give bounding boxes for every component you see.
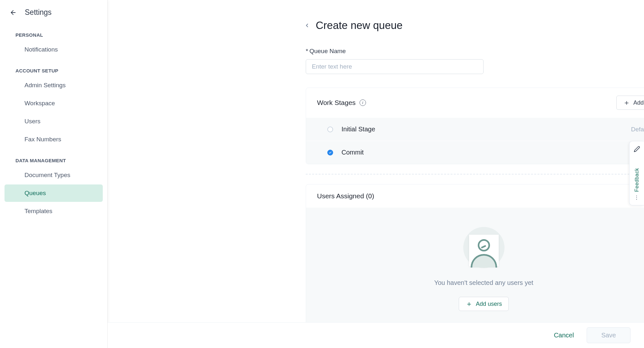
sidebar-item-admin-settings[interactable]: Admin Settings (5, 77, 103, 94)
sidebar-title: Settings (25, 8, 52, 17)
back-arrow-icon[interactable] (10, 9, 17, 16)
settings-sidebar: Settings PERSONAL Notifications ACCOUNT … (0, 0, 108, 348)
plus-icon: ＋ (466, 300, 473, 307)
section-label-data-management: DATA MANAGEMENT (0, 149, 107, 166)
stage-row-initial[interactable]: Initial Stage Default (306, 118, 644, 141)
sidebar-item-templates[interactable]: Templates (5, 202, 103, 220)
work-stages-title: Work Stages (317, 99, 356, 107)
users-empty-state: You haven't selected any users yet ＋ Add… (306, 208, 644, 322)
stage-indicator-check-icon (327, 150, 333, 155)
add-stage-button[interactable]: ＋ Add (616, 96, 644, 110)
queue-name-input[interactable] (306, 59, 484, 74)
form-area: *Queue Name Work Stages i ＋ Add Initial … (108, 38, 644, 322)
users-assigned-title: Users Assigned (0) (317, 192, 374, 200)
plus-icon: ＋ (623, 99, 630, 106)
add-stage-label: Add (633, 99, 644, 106)
stage-name: Initial Stage (341, 126, 631, 133)
section-label-personal: PERSONAL (0, 23, 107, 40)
add-users-button[interactable]: ＋ Add users (459, 297, 509, 311)
main-content: Create new queue *Queue Name Work Stages… (108, 0, 644, 322)
stage-indicator-empty-icon (327, 127, 333, 132)
work-stages-header: Work Stages i ＋ Add (306, 88, 644, 118)
add-users-label: Add users (476, 301, 502, 307)
stage-list: Initial Stage Default Commit (306, 118, 644, 164)
more-dots-icon[interactable]: ⋯ (634, 195, 640, 201)
sidebar-item-notifications[interactable]: Notifications (5, 41, 103, 58)
work-stages-card: Work Stages i ＋ Add Initial Stage Defaul… (306, 88, 644, 164)
page-title: Create new queue (316, 19, 403, 32)
queue-name-label-text: Queue Name (309, 48, 346, 54)
footer-bar: Cancel Save (108, 322, 644, 348)
stage-name: Commit (341, 149, 644, 156)
pencil-icon (634, 146, 640, 152)
sidebar-item-fax-numbers[interactable]: Fax Numbers (5, 131, 103, 148)
save-button[interactable]: Save (587, 327, 630, 343)
sidebar-header: Settings (0, 8, 107, 23)
sidebar-item-document-types[interactable]: Document Types (5, 166, 103, 184)
info-icon[interactable]: i (360, 99, 366, 106)
stage-tag-default: Default (631, 126, 644, 133)
dashed-divider (306, 174, 644, 174)
sidebar-item-workspace[interactable]: Workspace (5, 95, 103, 112)
page-header: Create new queue (108, 0, 644, 38)
empty-user-illustration-icon (463, 227, 505, 268)
required-marker: * (306, 48, 308, 54)
stage-row-commit[interactable]: Commit (306, 141, 644, 164)
users-assigned-header: Users Assigned (0) (306, 184, 644, 208)
sidebar-item-users[interactable]: Users (5, 113, 103, 130)
feedback-tab[interactable]: Feedback ⋯ (629, 141, 644, 205)
page-back-chevron-icon[interactable] (304, 23, 310, 28)
section-label-account-setup: ACCOUNT SETUP (0, 59, 107, 76)
users-assigned-card: Users Assigned (0) You haven't selected … (306, 184, 644, 322)
feedback-label: Feedback (634, 157, 640, 192)
sidebar-item-queues[interactable]: Queues (5, 184, 103, 202)
queue-name-label: *Queue Name (306, 48, 644, 55)
users-empty-text: You haven't selected any users yet (434, 279, 533, 287)
cancel-button[interactable]: Cancel (554, 332, 574, 339)
work-stages-title-wrap: Work Stages i (317, 99, 366, 107)
